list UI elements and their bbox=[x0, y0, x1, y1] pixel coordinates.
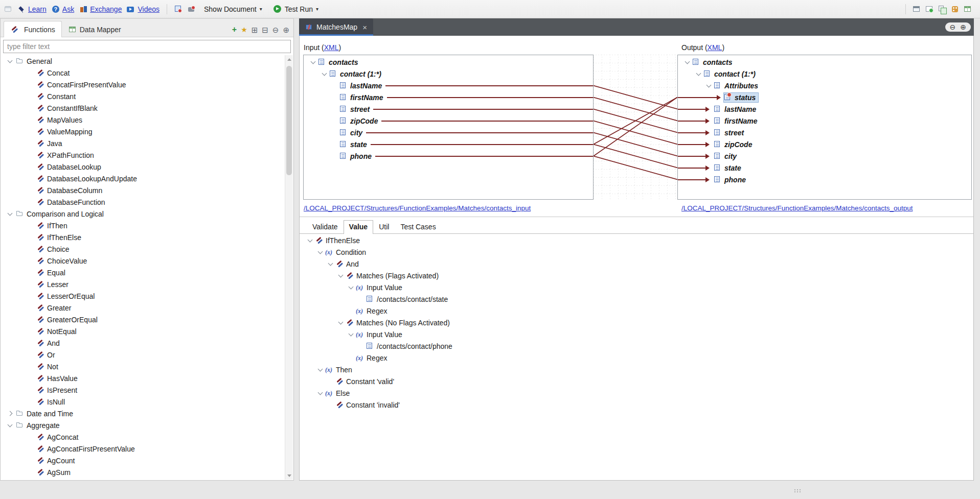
value-tree-item[interactable]: /contacts/contact/phone bbox=[300, 340, 973, 352]
favorites-icon[interactable]: ★ bbox=[241, 26, 247, 33]
chevron-icon[interactable] bbox=[694, 68, 703, 80]
output-structure-link[interactable]: /LOCAL_PROJECT/Structures/FunctionExampl… bbox=[681, 204, 913, 212]
chevron-icon[interactable] bbox=[330, 80, 339, 91]
chevron-icon[interactable] bbox=[306, 234, 315, 246]
chevron-icon[interactable] bbox=[704, 138, 714, 150]
tab-data-mapper[interactable]: Data Mapper bbox=[62, 21, 128, 37]
output-tree-item[interactable]: street bbox=[678, 127, 971, 138]
tab-functions[interactable]: Functions bbox=[4, 21, 62, 37]
chevron-icon[interactable] bbox=[26, 79, 36, 90]
chevron-icon[interactable] bbox=[26, 302, 36, 314]
chevron-icon[interactable] bbox=[316, 387, 325, 399]
chevron-icon[interactable] bbox=[26, 361, 36, 372]
input-tree-item[interactable]: street bbox=[304, 103, 593, 115]
value-tree-item[interactable]: Condition bbox=[300, 246, 973, 258]
input-tree-item[interactable]: zipCode bbox=[304, 115, 593, 127]
input-tree-item[interactable]: contact (1:*) bbox=[304, 68, 593, 80]
output-tree-item[interactable]: status bbox=[678, 91, 971, 103]
new-window-icon[interactable] bbox=[938, 5, 946, 13]
chevron-icon[interactable] bbox=[26, 372, 36, 384]
chevron-icon[interactable] bbox=[326, 375, 335, 387]
chevron-icon[interactable] bbox=[26, 255, 36, 267]
input-tree-item[interactable]: contacts bbox=[304, 56, 593, 68]
input-xml-link[interactable]: XML bbox=[324, 43, 339, 52]
value-tree-item[interactable]: Else bbox=[300, 387, 973, 399]
scroll-up-icon[interactable] bbox=[285, 56, 293, 63]
chevron-icon[interactable] bbox=[26, 126, 36, 137]
chevron-icon[interactable] bbox=[26, 443, 36, 455]
chevron-icon[interactable] bbox=[330, 150, 339, 162]
output-tree-item[interactable]: firstName bbox=[678, 115, 971, 127]
input-tree-item[interactable]: city bbox=[304, 127, 593, 138]
chevron-icon[interactable] bbox=[26, 149, 36, 161]
input-tree-item[interactable]: firstName bbox=[304, 91, 593, 103]
value-tree-item[interactable]: Then bbox=[300, 364, 973, 375]
document-map-icon[interactable] bbox=[174, 5, 183, 13]
chevron-icon[interactable] bbox=[326, 399, 335, 411]
chevron-icon[interactable] bbox=[26, 290, 36, 302]
scrollbar[interactable] bbox=[285, 55, 293, 480]
scroll-down-icon[interactable] bbox=[285, 471, 293, 479]
chevron-icon[interactable] bbox=[26, 137, 36, 149]
maximize-icon[interactable]: ⊕ bbox=[283, 26, 289, 34]
chevron-icon[interactable] bbox=[26, 184, 36, 196]
tree-item[interactable]: IfThen bbox=[1, 220, 284, 231]
tree-item[interactable]: ConcatFirstPresentValue bbox=[1, 79, 284, 90]
table-view-icon[interactable] bbox=[964, 5, 972, 13]
chevron-icon[interactable] bbox=[6, 55, 16, 67]
tree-item[interactable]: XPathFunction bbox=[1, 149, 284, 161]
chevron-icon[interactable] bbox=[704, 162, 714, 174]
chevron-icon[interactable] bbox=[704, 103, 714, 115]
chevron-icon[interactable] bbox=[26, 243, 36, 255]
chevron-icon[interactable] bbox=[347, 328, 356, 340]
value-tree-item[interactable]: Matches (No Flags Activated) bbox=[300, 317, 973, 328]
output-tree-item[interactable]: lastName bbox=[678, 103, 971, 115]
chevron-icon[interactable] bbox=[704, 150, 714, 162]
test-run-button[interactable]: Test Run ▾ bbox=[270, 4, 322, 14]
chevron-icon[interactable] bbox=[316, 364, 325, 375]
tree-item[interactable]: AgSum bbox=[1, 466, 284, 478]
chevron-icon[interactable] bbox=[26, 396, 36, 408]
chevron-icon[interactable] bbox=[26, 267, 36, 278]
collapse-all-icon[interactable]: ⊟ bbox=[262, 26, 268, 34]
learn-link[interactable]: Learn bbox=[17, 5, 47, 13]
chevron-icon[interactable] bbox=[26, 325, 36, 337]
window-icon[interactable] bbox=[4, 5, 12, 13]
value-tree-item[interactable]: And bbox=[300, 258, 973, 270]
minimize-icon[interactable]: ⊖ bbox=[950, 23, 956, 31]
value-tree-item[interactable]: /contacts/contact/state bbox=[300, 293, 973, 305]
output-tree-item[interactable]: city bbox=[678, 150, 971, 162]
chevron-icon[interactable] bbox=[26, 455, 36, 466]
chevron-icon[interactable] bbox=[26, 349, 36, 361]
chevron-icon[interactable] bbox=[26, 196, 36, 208]
value-tree-item[interactable]: Regex bbox=[300, 352, 973, 364]
chevron-icon[interactable] bbox=[26, 466, 36, 478]
chevron-icon[interactable] bbox=[26, 67, 36, 79]
chevron-icon[interactable] bbox=[6, 408, 16, 419]
value-tree-item[interactable]: Input Value bbox=[300, 281, 973, 293]
bottom-tab[interactable]: Value bbox=[344, 220, 374, 234]
value-tree-item[interactable]: IfThenElse bbox=[300, 234, 973, 246]
output-tree-item[interactable]: state bbox=[678, 162, 971, 174]
tree-item[interactable]: LesserOrEqual bbox=[1, 290, 284, 302]
add-function-icon[interactable]: + bbox=[232, 26, 237, 34]
chevron-icon[interactable] bbox=[357, 340, 366, 352]
chevron-icon[interactable] bbox=[26, 114, 36, 126]
scrollbar-thumb[interactable] bbox=[286, 66, 292, 175]
palette-icon[interactable] bbox=[951, 5, 959, 13]
chevron-icon[interactable] bbox=[26, 173, 36, 184]
chevron-icon[interactable] bbox=[336, 270, 346, 281]
chevron-icon[interactable] bbox=[336, 317, 346, 328]
chevron-icon[interactable] bbox=[704, 80, 714, 91]
output-tree-item[interactable]: phone bbox=[678, 174, 971, 185]
expand-all-icon[interactable]: ⊞ bbox=[252, 26, 258, 34]
tree-item[interactable]: DatabaseColumn bbox=[1, 184, 284, 196]
tree-item[interactable]: AgConcat bbox=[1, 431, 284, 443]
chevron-icon[interactable] bbox=[330, 115, 339, 127]
chevron-icon[interactable] bbox=[316, 246, 325, 258]
chevron-icon[interactable] bbox=[26, 431, 36, 443]
tree-item[interactable]: Not bbox=[1, 361, 284, 372]
tree-item[interactable]: MapValues bbox=[1, 114, 284, 126]
drag-handle[interactable] bbox=[793, 488, 802, 493]
value-tree-item[interactable]: Regex bbox=[300, 305, 973, 317]
